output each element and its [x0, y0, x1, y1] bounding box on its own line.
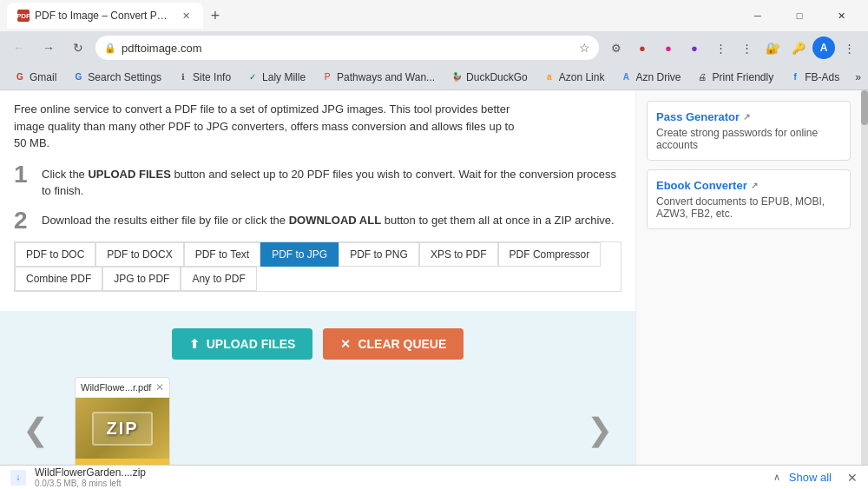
upload-buttons: ⬆ UPLOAD FILES ✕ CLEAR QUEUE	[172, 328, 464, 360]
bookmark-pathways[interactable]: P Pathways and Wan...	[314, 69, 442, 85]
scrollbar-thumb[interactable]	[861, 90, 868, 125]
bookmark-azon[interactable]: a Azon Link	[536, 69, 612, 85]
tab-favicon: PDF	[17, 10, 30, 22]
gmail-icon: G	[14, 71, 26, 83]
bookmark-azn-drive[interactable]: A Azn Drive	[613, 69, 687, 85]
download-status: 0.0/3.5 MB, 8 mins left	[35, 479, 146, 488]
download-filename: WildFlowerGarden....zip	[35, 466, 146, 479]
tab-any-to-pdf[interactable]: Any to PDF	[181, 267, 256, 291]
profile-icon[interactable]: A	[812, 36, 835, 59]
clear-icon: ✕	[340, 337, 351, 351]
bookmark-search-settings[interactable]: G Search Settings	[65, 69, 168, 85]
ad-ebook: Ebook Converter ↗ Convert documents to E…	[647, 169, 851, 229]
ext-link-icon-2: ↗	[751, 181, 758, 190]
upload-icon: ⬆	[189, 337, 200, 351]
bookmark-gmail[interactable]: G Gmail	[7, 69, 63, 85]
bookmark-print[interactable]: 🖨 Print Friendly	[689, 69, 780, 85]
bookmark-fb-ads[interactable]: f FB-Ads	[782, 69, 846, 85]
title-bar: PDF PDF to Image – Convert PDF to ... ✕ …	[0, 0, 868, 31]
tab-title: PDF to Image – Convert PDF to ...	[35, 10, 174, 22]
maximize-button[interactable]: □	[779, 3, 819, 29]
minimize-button[interactable]: ─	[738, 3, 778, 29]
clear-queue-button[interactable]: ✕ CLEAR QUEUE	[323, 328, 464, 360]
tab-pdf-to-docx[interactable]: PDF to DOCX	[95, 242, 183, 267]
step-1-number: 1	[14, 162, 31, 200]
browser-chrome: PDF PDF to Image – Convert PDF to ... ✕ …	[0, 0, 868, 90]
tab-pdf-to-text[interactable]: PDF to Text	[184, 242, 260, 267]
download-bar: ↓ WildFlowerGarden....zip 0.0/3.5 MB, 8 …	[0, 465, 868, 489]
back-button[interactable]: ←	[7, 36, 31, 60]
active-tab[interactable]: PDF PDF to Image – Convert PDF to ... ✕	[7, 3, 203, 29]
lock-icon: 🔒	[104, 43, 116, 54]
toolbar-icons: ⚙ ● ● ● ⋮ ⋮ 🔐 🔑 A ⋮	[604, 36, 861, 60]
bookmarks-bar: G Gmail G Search Settings ℹ Site Info ✓ …	[0, 64, 868, 90]
file-thumbnail: ZIP	[76, 398, 169, 459]
forward-button[interactable]: →	[36, 36, 61, 60]
reload-button[interactable]: ↻	[66, 36, 90, 60]
show-all-button[interactable]: Show all	[789, 471, 832, 484]
circle-icon-purple[interactable]: ●	[682, 36, 707, 60]
tab-jpg-to-pdf[interactable]: JPG to PDF	[102, 267, 181, 291]
bookmark-star-icon[interactable]: ☆	[579, 41, 590, 55]
download-item: WildFlowerGarden....zip 0.0/3.5 MB, 8 mi…	[35, 466, 765, 488]
file-card-close-button[interactable]: ✕	[155, 381, 164, 393]
tab-pdf-to-jpg[interactable]: PDF to JPG	[260, 242, 339, 267]
close-button[interactable]: ✕	[821, 3, 861, 29]
address-bar[interactable]: 🔒 pdftoimage.com ☆	[95, 36, 599, 60]
circle-icon-pink[interactable]: ●	[656, 36, 681, 60]
ext-link-icon: ↗	[743, 112, 750, 122]
sidebar-ads: Pass Generator ↗ Create strong passwords…	[635, 90, 861, 489]
pathways-icon: P	[321, 71, 333, 83]
step-2-number: 2	[14, 208, 31, 233]
tab-close-button[interactable]: ✕	[179, 9, 193, 23]
extensions-icon[interactable]: ⚙	[604, 36, 628, 60]
download-info: WildFlowerGarden....zip 0.0/3.5 MB, 8 mi…	[35, 466, 146, 488]
ad-pass-gen-desc: Create strong passwords for online accou…	[656, 127, 841, 151]
grid-icon[interactable]: ⋮	[734, 36, 759, 60]
ad-ebook-desc: Convert documents to EPUB, MOBI, AZW3, F…	[656, 195, 841, 220]
ad-pass-gen-title[interactable]: Pass Generator ↗	[656, 110, 841, 123]
menu-button[interactable]: ⋮	[837, 36, 861, 60]
circle-icon-red[interactable]: ●	[630, 36, 654, 60]
bookmark-icon[interactable]: ⋮	[708, 36, 733, 60]
fb-icon: f	[789, 71, 801, 83]
ad-ebook-title[interactable]: Ebook Converter ↗	[656, 179, 841, 192]
tab-bar: PDF PDF to Image – Convert PDF to ... ✕ …	[7, 3, 227, 29]
lock-icon-2[interactable]: 🔐	[760, 36, 785, 60]
upload-label: UPLOAD FILES	[88, 168, 170, 181]
site-info-icon: ℹ	[177, 71, 189, 83]
amazon-icon: a	[543, 71, 556, 83]
new-tab-button[interactable]: +	[203, 3, 227, 28]
azn-drive-icon: A	[620, 71, 632, 83]
tab-pdf-to-doc[interactable]: PDF to DOC	[15, 242, 95, 267]
address-text: pdftoimage.com	[122, 42, 574, 55]
download-bar-close-button[interactable]: ✕	[847, 471, 858, 485]
scrollbar[interactable]	[861, 90, 868, 489]
step-2-text: Download the results either file by file…	[42, 208, 615, 233]
tab-pdf-compressor[interactable]: PDF Compressor	[498, 242, 602, 267]
step-1-text: Click the UPLOAD FILES button and select…	[42, 162, 621, 200]
page-body: Free online service to convert a PDF fil…	[0, 90, 868, 489]
ad-pass-gen: Pass Generator ↗ Create strong passwords…	[647, 101, 851, 161]
bookmarks-more-button[interactable]: »	[848, 69, 868, 85]
file-card-name: WildFlowe...r.pdf	[81, 382, 151, 393]
content-area: Free online service to convert a PDF fil…	[0, 90, 635, 311]
bookmark-duckduckgo[interactable]: 🦆 DuckDuckGo	[444, 69, 535, 85]
ddg-icon: 🦆	[450, 71, 463, 83]
bookmark-laly[interactable]: ✓ Laly Mille	[240, 69, 312, 85]
description-text: Free online service to convert a PDF fil…	[14, 101, 517, 152]
tab-combine-pdf[interactable]: Combine PDF	[15, 267, 102, 291]
download-all-label: DOWNLOAD ALL	[289, 214, 381, 227]
steps-list: 1 Click the UPLOAD FILES button and sele…	[14, 162, 621, 233]
upload-area: ⬆ UPLOAD FILES ✕ CLEAR QUEUE ❮ WildFlowe…	[0, 311, 635, 490]
google-icon: G	[72, 71, 84, 83]
tab-xps-to-pdf[interactable]: XPS to PDF	[419, 242, 498, 267]
bookmark-site-info[interactable]: ℹ Site Info	[170, 69, 238, 85]
upload-files-button[interactable]: ⬆ UPLOAD FILES	[172, 328, 313, 360]
key-icon[interactable]: 🔑	[786, 36, 811, 60]
tab-pdf-to-png[interactable]: PDF to PNG	[339, 242, 419, 267]
zip-label: ZIP	[106, 419, 138, 438]
download-expand-button[interactable]: ∧	[773, 472, 780, 483]
print-icon: 🖨	[696, 71, 708, 83]
laly-icon: ✓	[247, 71, 259, 83]
